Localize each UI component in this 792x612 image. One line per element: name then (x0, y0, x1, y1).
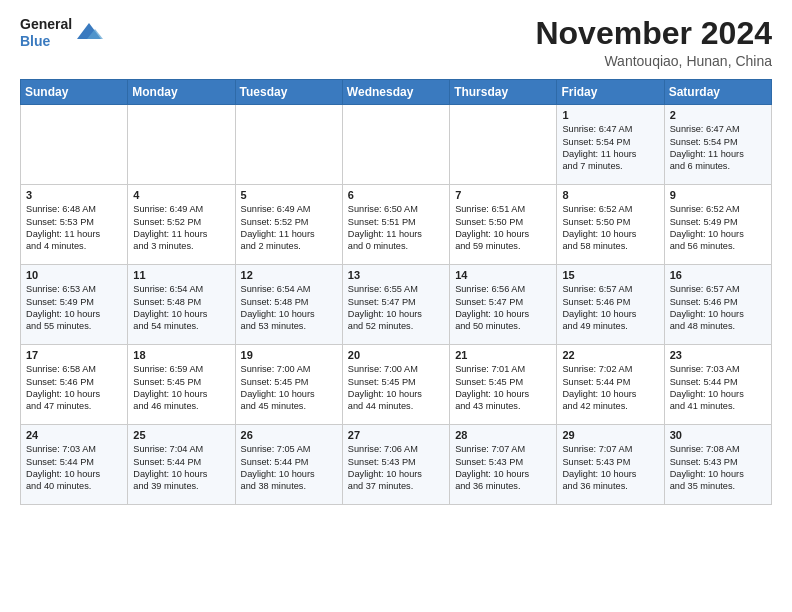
day-number: 13 (348, 269, 444, 281)
day-info: Sunrise: 6:48 AM Sunset: 5:53 PM Dayligh… (26, 203, 122, 253)
day-cell: 3Sunrise: 6:48 AM Sunset: 5:53 PM Daylig… (21, 185, 128, 265)
day-info: Sunrise: 6:50 AM Sunset: 5:51 PM Dayligh… (348, 203, 444, 253)
day-cell: 10Sunrise: 6:53 AM Sunset: 5:49 PM Dayli… (21, 265, 128, 345)
day-cell (450, 105, 557, 185)
day-info: Sunrise: 7:03 AM Sunset: 5:44 PM Dayligh… (670, 363, 766, 413)
day-number: 1 (562, 109, 658, 121)
day-info: Sunrise: 6:53 AM Sunset: 5:49 PM Dayligh… (26, 283, 122, 333)
col-tuesday: Tuesday (235, 80, 342, 105)
week-row-4: 24Sunrise: 7:03 AM Sunset: 5:44 PM Dayli… (21, 425, 772, 505)
col-sunday: Sunday (21, 80, 128, 105)
day-number: 10 (26, 269, 122, 281)
day-number: 9 (670, 189, 766, 201)
day-info: Sunrise: 6:56 AM Sunset: 5:47 PM Dayligh… (455, 283, 551, 333)
day-cell: 17Sunrise: 6:58 AM Sunset: 5:46 PM Dayli… (21, 345, 128, 425)
day-info: Sunrise: 7:00 AM Sunset: 5:45 PM Dayligh… (241, 363, 337, 413)
day-info: Sunrise: 7:07 AM Sunset: 5:43 PM Dayligh… (562, 443, 658, 493)
col-wednesday: Wednesday (342, 80, 449, 105)
calendar-table: Sunday Monday Tuesday Wednesday Thursday… (20, 79, 772, 505)
day-number: 28 (455, 429, 551, 441)
day-number: 14 (455, 269, 551, 281)
day-info: Sunrise: 6:47 AM Sunset: 5:54 PM Dayligh… (670, 123, 766, 173)
col-monday: Monday (128, 80, 235, 105)
day-number: 23 (670, 349, 766, 361)
week-row-2: 10Sunrise: 6:53 AM Sunset: 5:49 PM Dayli… (21, 265, 772, 345)
logo: General Blue (20, 16, 103, 50)
logo-line2: Blue (20, 33, 72, 50)
day-cell: 28Sunrise: 7:07 AM Sunset: 5:43 PM Dayli… (450, 425, 557, 505)
logo-text: General Blue (20, 16, 72, 50)
day-cell: 5Sunrise: 6:49 AM Sunset: 5:52 PM Daylig… (235, 185, 342, 265)
day-cell (235, 105, 342, 185)
day-cell: 1Sunrise: 6:47 AM Sunset: 5:54 PM Daylig… (557, 105, 664, 185)
day-number: 7 (455, 189, 551, 201)
day-info: Sunrise: 7:01 AM Sunset: 5:45 PM Dayligh… (455, 363, 551, 413)
day-cell: 9Sunrise: 6:52 AM Sunset: 5:49 PM Daylig… (664, 185, 771, 265)
day-info: Sunrise: 7:03 AM Sunset: 5:44 PM Dayligh… (26, 443, 122, 493)
day-number: 3 (26, 189, 122, 201)
day-cell: 25Sunrise: 7:04 AM Sunset: 5:44 PM Dayli… (128, 425, 235, 505)
week-row-3: 17Sunrise: 6:58 AM Sunset: 5:46 PM Dayli… (21, 345, 772, 425)
col-thursday: Thursday (450, 80, 557, 105)
day-info: Sunrise: 6:54 AM Sunset: 5:48 PM Dayligh… (133, 283, 229, 333)
day-cell: 14Sunrise: 6:56 AM Sunset: 5:47 PM Dayli… (450, 265, 557, 345)
day-cell: 15Sunrise: 6:57 AM Sunset: 5:46 PM Dayli… (557, 265, 664, 345)
day-number: 6 (348, 189, 444, 201)
day-number: 26 (241, 429, 337, 441)
day-number: 4 (133, 189, 229, 201)
week-row-1: 3Sunrise: 6:48 AM Sunset: 5:53 PM Daylig… (21, 185, 772, 265)
page: General Blue November 2024 Wantouqiao, H… (0, 0, 792, 515)
day-info: Sunrise: 6:54 AM Sunset: 5:48 PM Dayligh… (241, 283, 337, 333)
day-info: Sunrise: 6:52 AM Sunset: 5:50 PM Dayligh… (562, 203, 658, 253)
day-cell: 11Sunrise: 6:54 AM Sunset: 5:48 PM Dayli… (128, 265, 235, 345)
logo-line1: General (20, 16, 72, 33)
day-number: 19 (241, 349, 337, 361)
title-block: November 2024 Wantouqiao, Hunan, China (535, 16, 772, 69)
day-cell: 8Sunrise: 6:52 AM Sunset: 5:50 PM Daylig… (557, 185, 664, 265)
day-cell: 12Sunrise: 6:54 AM Sunset: 5:48 PM Dayli… (235, 265, 342, 345)
day-info: Sunrise: 7:04 AM Sunset: 5:44 PM Dayligh… (133, 443, 229, 493)
day-number: 15 (562, 269, 658, 281)
day-info: Sunrise: 6:59 AM Sunset: 5:45 PM Dayligh… (133, 363, 229, 413)
day-cell: 2Sunrise: 6:47 AM Sunset: 5:54 PM Daylig… (664, 105, 771, 185)
calendar-header: Sunday Monday Tuesday Wednesday Thursday… (21, 80, 772, 105)
header-row: Sunday Monday Tuesday Wednesday Thursday… (21, 80, 772, 105)
day-cell: 20Sunrise: 7:00 AM Sunset: 5:45 PM Dayli… (342, 345, 449, 425)
day-cell: 18Sunrise: 6:59 AM Sunset: 5:45 PM Dayli… (128, 345, 235, 425)
day-info: Sunrise: 6:52 AM Sunset: 5:49 PM Dayligh… (670, 203, 766, 253)
day-info: Sunrise: 7:08 AM Sunset: 5:43 PM Dayligh… (670, 443, 766, 493)
day-info: Sunrise: 6:49 AM Sunset: 5:52 PM Dayligh… (133, 203, 229, 253)
header: General Blue November 2024 Wantouqiao, H… (20, 16, 772, 69)
day-cell: 22Sunrise: 7:02 AM Sunset: 5:44 PM Dayli… (557, 345, 664, 425)
day-info: Sunrise: 6:49 AM Sunset: 5:52 PM Dayligh… (241, 203, 337, 253)
day-number: 25 (133, 429, 229, 441)
day-info: Sunrise: 6:58 AM Sunset: 5:46 PM Dayligh… (26, 363, 122, 413)
day-info: Sunrise: 6:57 AM Sunset: 5:46 PM Dayligh… (670, 283, 766, 333)
day-info: Sunrise: 6:47 AM Sunset: 5:54 PM Dayligh… (562, 123, 658, 173)
day-info: Sunrise: 7:06 AM Sunset: 5:43 PM Dayligh… (348, 443, 444, 493)
day-info: Sunrise: 6:57 AM Sunset: 5:46 PM Dayligh… (562, 283, 658, 333)
day-cell (342, 105, 449, 185)
day-cell: 4Sunrise: 6:49 AM Sunset: 5:52 PM Daylig… (128, 185, 235, 265)
day-info: Sunrise: 7:02 AM Sunset: 5:44 PM Dayligh… (562, 363, 658, 413)
day-number: 29 (562, 429, 658, 441)
day-cell: 27Sunrise: 7:06 AM Sunset: 5:43 PM Dayli… (342, 425, 449, 505)
day-cell: 19Sunrise: 7:00 AM Sunset: 5:45 PM Dayli… (235, 345, 342, 425)
day-cell: 13Sunrise: 6:55 AM Sunset: 5:47 PM Dayli… (342, 265, 449, 345)
day-cell: 30Sunrise: 7:08 AM Sunset: 5:43 PM Dayli… (664, 425, 771, 505)
day-number: 20 (348, 349, 444, 361)
day-cell: 21Sunrise: 7:01 AM Sunset: 5:45 PM Dayli… (450, 345, 557, 425)
day-cell (128, 105, 235, 185)
day-number: 18 (133, 349, 229, 361)
day-number: 21 (455, 349, 551, 361)
calendar-body: 1Sunrise: 6:47 AM Sunset: 5:54 PM Daylig… (21, 105, 772, 505)
day-number: 22 (562, 349, 658, 361)
col-friday: Friday (557, 80, 664, 105)
day-number: 12 (241, 269, 337, 281)
day-info: Sunrise: 7:00 AM Sunset: 5:45 PM Dayligh… (348, 363, 444, 413)
day-cell: 6Sunrise: 6:50 AM Sunset: 5:51 PM Daylig… (342, 185, 449, 265)
day-cell (21, 105, 128, 185)
day-info: Sunrise: 7:05 AM Sunset: 5:44 PM Dayligh… (241, 443, 337, 493)
day-number: 8 (562, 189, 658, 201)
week-row-0: 1Sunrise: 6:47 AM Sunset: 5:54 PM Daylig… (21, 105, 772, 185)
